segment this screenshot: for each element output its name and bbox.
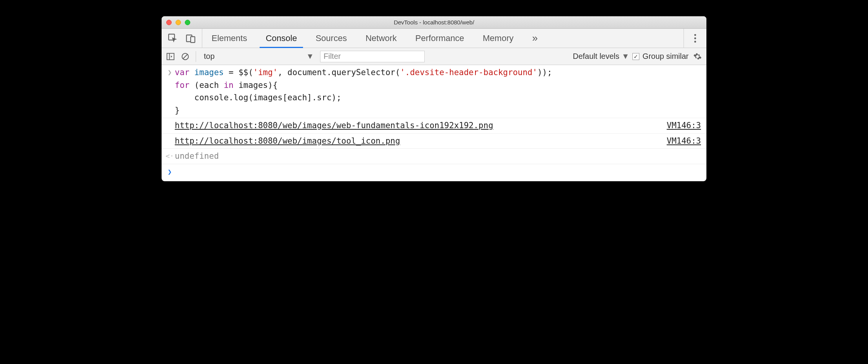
console-input-echo: ❯ var images = $$('img', document.queryS…	[162, 65, 706, 118]
filter-input[interactable]: Filter	[320, 51, 425, 62]
input-code-text[interactable]: var images = $$('img', document.querySel…	[175, 66, 701, 117]
console-log-row: http://localhost:8080/web/images/web-fun…	[162, 118, 706, 134]
console-settings-gear-icon[interactable]	[692, 51, 703, 62]
svg-rect-2	[191, 36, 195, 42]
svg-rect-6	[167, 53, 174, 60]
tab-sources[interactable]: Sources	[306, 29, 356, 48]
return-chevron-icon: <·	[165, 150, 175, 161]
gutter-blank	[165, 135, 175, 136]
console-toolbar: top ▼ Filter Default levels ▼ ✓ Group si…	[162, 48, 706, 65]
device-toolbar-icon[interactable]	[185, 33, 196, 44]
log-source-link[interactable]: VM146:3	[659, 119, 701, 132]
execution-context-select[interactable]: top ▼	[201, 50, 317, 63]
log-source-link[interactable]: VM146:3	[659, 135, 701, 148]
checkbox-checked-icon[interactable]: ✓	[632, 53, 639, 60]
console-prompt-row[interactable]: ❯	[162, 164, 706, 181]
inspect-element-icon[interactable]	[167, 33, 179, 44]
log-levels-select[interactable]: Default levels ▼	[573, 52, 629, 61]
svg-point-4	[694, 37, 696, 39]
panel-tabs: Elements Console Sources Network Perform…	[202, 29, 684, 48]
clear-console-icon[interactable]	[179, 51, 191, 62]
gutter-blank	[165, 119, 175, 120]
prompt-chevron-icon: ❯	[165, 166, 175, 177]
console-output: ❯ var images = $$('img', document.queryS…	[162, 65, 706, 181]
tab-elements[interactable]: Elements	[202, 29, 257, 48]
panel-tabs-row: Elements Console Sources Network Perform…	[162, 29, 706, 48]
console-log-row: http://localhost:8080/web/images/tool_ic…	[162, 134, 706, 149]
separator	[196, 51, 196, 62]
log-message[interactable]: http://localhost:8080/web/images/tool_ic…	[175, 135, 659, 148]
tab-memory[interactable]: Memory	[474, 29, 523, 48]
return-value: undefined	[175, 150, 701, 163]
window-title: DevTools - localhost:8080/web/	[162, 19, 706, 26]
kebab-menu-icon[interactable]	[689, 33, 701, 44]
svg-point-5	[694, 41, 696, 43]
log-levels-label: Default levels	[573, 52, 619, 61]
tab-console[interactable]: Console	[257, 29, 307, 48]
tab-network[interactable]: Network	[356, 29, 406, 48]
tab-performance[interactable]: Performance	[406, 29, 474, 48]
execution-context-value: top	[204, 52, 215, 61]
svg-point-3	[694, 34, 696, 36]
console-prompt-input[interactable]	[175, 166, 703, 177]
svg-line-9	[183, 54, 188, 58]
group-similar-label: Group similar	[642, 52, 689, 61]
input-chevron-icon: ❯	[165, 66, 175, 78]
log-link[interactable]: http://localhost:8080/web/images/tool_ic…	[175, 136, 400, 146]
tabs-overflow-icon[interactable]: »	[523, 29, 547, 48]
tabs-left-tools	[162, 29, 202, 48]
group-similar-toggle[interactable]: ✓ Group similar	[632, 52, 689, 61]
console-return-row: <· undefined	[162, 149, 706, 164]
titlebar[interactable]: DevTools - localhost:8080/web/	[162, 16, 706, 29]
show-console-sidebar-icon[interactable]	[165, 51, 176, 62]
chevron-down-icon: ▼	[622, 52, 629, 61]
log-message[interactable]: http://localhost:8080/web/images/web-fun…	[175, 119, 659, 132]
filter-placeholder: Filter	[324, 52, 341, 61]
chevron-down-icon: ▼	[306, 52, 314, 61]
devtools-window: DevTools - localhost:8080/web/ Elements …	[162, 16, 706, 181]
log-link[interactable]: http://localhost:8080/web/images/web-fun…	[175, 121, 493, 130]
tabs-right-tools	[684, 29, 706, 48]
